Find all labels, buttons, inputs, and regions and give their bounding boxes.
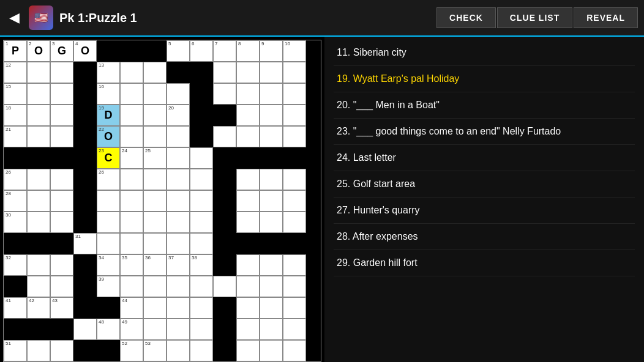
crossword-grid[interactable]: 1P2O3G4O5678910121315161819D202122O23C24…: [3, 40, 321, 362]
grid-cell[interactable]: 18: [4, 105, 27, 126]
clue-item[interactable]: 29. Garden hill fort: [334, 250, 635, 276]
grid-cell[interactable]: [120, 276, 143, 297]
grid-cell[interactable]: [167, 276, 190, 297]
clue-item[interactable]: 25. Golf start area: [334, 171, 635, 198]
grid-cell[interactable]: [283, 276, 306, 297]
grid-cell[interactable]: [120, 190, 143, 212]
grid-cell[interactable]: [190, 233, 213, 254]
grid-cell[interactable]: [283, 62, 306, 83]
grid-cell[interactable]: [27, 83, 50, 105]
grid-cell[interactable]: [143, 83, 167, 105]
grid-cell[interactable]: 26: [4, 169, 27, 190]
grid-cell[interactable]: [213, 126, 236, 147]
grid-cell[interactable]: 23C: [97, 147, 120, 169]
grid-cell[interactable]: [143, 297, 167, 319]
back-button[interactable]: ◀: [6, 7, 23, 29]
grid-cell[interactable]: [283, 83, 306, 105]
grid-cell[interactable]: [167, 169, 190, 190]
grid-cell[interactable]: [283, 169, 306, 190]
grid-cell[interactable]: [73, 83, 97, 105]
grid-cell[interactable]: [283, 190, 306, 212]
grid-cell[interactable]: [97, 212, 120, 233]
grid-cell[interactable]: [283, 319, 306, 340]
grid-cell[interactable]: [283, 147, 306, 169]
grid-cell[interactable]: 26: [97, 169, 120, 190]
grid-cell[interactable]: [97, 297, 120, 319]
grid-cell[interactable]: 51: [4, 340, 27, 361]
grid-cell[interactable]: [236, 254, 260, 276]
grid-cell[interactable]: [213, 276, 236, 297]
reveal-button[interactable]: REVEAL: [574, 7, 638, 28]
grid-cell[interactable]: [143, 276, 167, 297]
grid-cell[interactable]: [213, 105, 236, 126]
grid-cell[interactable]: [167, 62, 190, 83]
grid-cell[interactable]: [4, 147, 27, 169]
grid-cell[interactable]: [236, 190, 260, 212]
grid-cell[interactable]: 5: [167, 40, 190, 62]
clue-list-panel[interactable]: 11. Siberian city19. Wyatt Earp's pal Ho…: [324, 37, 644, 362]
grid-cell[interactable]: [120, 233, 143, 254]
grid-cell[interactable]: [260, 276, 283, 297]
grid-cell[interactable]: [120, 62, 143, 83]
grid-cell[interactable]: [213, 254, 236, 276]
check-button[interactable]: CHECK: [436, 7, 496, 28]
grid-cell[interactable]: [260, 169, 283, 190]
grid-cell[interactable]: [27, 340, 50, 361]
grid-cell[interactable]: 38: [190, 254, 213, 276]
grid-cell[interactable]: [120, 169, 143, 190]
grid-cell[interactable]: [50, 190, 73, 212]
grid-cell[interactable]: [213, 83, 236, 105]
grid-cell[interactable]: [143, 40, 167, 62]
grid-cell[interactable]: [283, 254, 306, 276]
grid-cell[interactable]: [73, 169, 97, 190]
grid-cell[interactable]: 1P: [4, 40, 27, 62]
grid-cell[interactable]: [260, 340, 283, 361]
grid-cell[interactable]: [97, 340, 120, 361]
grid-cell[interactable]: [97, 233, 120, 254]
grid-cell[interactable]: [213, 62, 236, 83]
grid-cell[interactable]: [283, 105, 306, 126]
grid-cell[interactable]: [50, 105, 73, 126]
grid-cell[interactable]: [167, 83, 190, 105]
grid-cell[interactable]: [50, 62, 73, 83]
grid-cell[interactable]: 43: [50, 297, 73, 319]
grid-cell[interactable]: 42: [27, 297, 50, 319]
grid-cell[interactable]: 22O: [97, 126, 120, 147]
grid-cell[interactable]: [236, 105, 260, 126]
grid-cell[interactable]: [260, 297, 283, 319]
grid-cell[interactable]: [190, 319, 213, 340]
grid-cell[interactable]: [143, 190, 167, 212]
clue-item[interactable]: 23. "___ good things come to an end" Nel…: [334, 119, 635, 145]
grid-cell[interactable]: [213, 147, 236, 169]
grid-cell[interactable]: [120, 105, 143, 126]
grid-cell[interactable]: [283, 233, 306, 254]
grid-cell[interactable]: [167, 297, 190, 319]
grid-cell[interactable]: [4, 319, 27, 340]
grid-cell[interactable]: [120, 212, 143, 233]
grid-cell[interactable]: [167, 212, 190, 233]
grid-cell[interactable]: 48: [97, 319, 120, 340]
grid-cell[interactable]: [27, 147, 50, 169]
grid-cell[interactable]: [260, 319, 283, 340]
grid-cell[interactable]: [143, 126, 167, 147]
grid-cell[interactable]: [50, 147, 73, 169]
grid-cell[interactable]: [213, 233, 236, 254]
grid-cell[interactable]: [97, 40, 120, 62]
grid-cell[interactable]: [260, 190, 283, 212]
grid-cell[interactable]: [213, 212, 236, 233]
grid-cell[interactable]: [190, 190, 213, 212]
grid-cell[interactable]: [190, 147, 213, 169]
grid-cell[interactable]: [73, 105, 97, 126]
grid-cell[interactable]: 28: [4, 190, 27, 212]
grid-cell[interactable]: [167, 319, 190, 340]
grid-cell[interactable]: [236, 169, 260, 190]
grid-cell[interactable]: [73, 62, 97, 83]
grid-cell[interactable]: [260, 62, 283, 83]
grid-cell[interactable]: 10: [283, 40, 306, 62]
grid-cell[interactable]: [213, 190, 236, 212]
grid-cell[interactable]: [236, 83, 260, 105]
grid-cell[interactable]: [27, 169, 50, 190]
grid-cell[interactable]: [143, 105, 167, 126]
grid-cell[interactable]: [236, 340, 260, 361]
grid-cell[interactable]: [143, 319, 167, 340]
